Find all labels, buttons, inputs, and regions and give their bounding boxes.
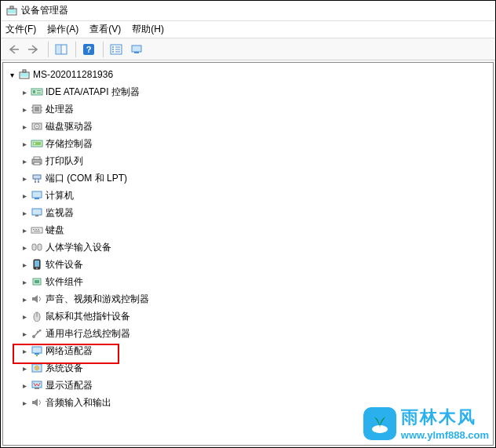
toolbar-separator [103, 42, 104, 57]
svg-rect-46 [32, 209, 42, 215]
svg-point-35 [34, 143, 35, 144]
tree-item[interactable]: ▸监视器 [3, 204, 493, 221]
tree-item[interactable]: ▸软件组件 [3, 273, 493, 290]
expand-arrow-icon[interactable]: ▸ [19, 174, 30, 183]
tree-item[interactable]: ▸端口 (COM 和 LPT) [3, 169, 493, 187]
svg-point-64 [37, 331, 38, 333]
cpu-icon [30, 103, 44, 115]
expand-arrow-icon[interactable]: ▸ [19, 295, 30, 304]
sound-icon [30, 293, 44, 305]
menu-action[interactable]: 操作(A) [47, 23, 78, 36]
expand-arrow-icon[interactable]: ▸ [19, 140, 30, 148]
expand-arrow-icon[interactable]: ▸ [19, 260, 30, 269]
svg-point-43 [38, 181, 39, 183]
expand-arrow-icon[interactable]: ▸ [19, 122, 30, 131]
svg-text:?: ? [86, 45, 92, 54]
toolbar-separator [75, 42, 76, 57]
svg-rect-2 [10, 6, 13, 9]
help-button[interactable]: ? [79, 41, 98, 58]
expand-arrow-icon[interactable]: ▸ [19, 399, 30, 407]
device-manager-app-icon [5, 5, 18, 17]
expand-arrow-icon[interactable]: ▸ [19, 191, 30, 200]
svg-rect-21 [33, 90, 35, 93]
tree-item-label: 软件设备 [46, 258, 83, 271]
tree-item[interactable]: ▸鼠标和其他指针设备 [3, 308, 493, 325]
tree-item[interactable]: ▸网络适配器 [3, 342, 493, 359]
svg-point-57 [36, 268, 38, 269]
details-pane-button[interactable] [52, 41, 71, 58]
tree-root-label: MS-202011281936 [33, 69, 113, 80]
svg-rect-45 [35, 198, 39, 199]
svg-rect-74 [35, 388, 39, 389]
expand-arrow-icon[interactable]: ▸ [19, 347, 30, 355]
menu-file[interactable]: 文件(F) [5, 23, 36, 36]
tree-item-label: 网络适配器 [46, 344, 93, 358]
svg-rect-73 [32, 381, 42, 388]
tree-item-label: 声音、视频和游戏控制器 [46, 293, 149, 306]
tree-item[interactable]: ▸键盘 [3, 221, 493, 239]
svg-rect-16 [134, 52, 139, 53]
svg-rect-22 [37, 90, 41, 91]
tree-item[interactable]: ▸系统设备 [3, 359, 493, 377]
svg-rect-59 [35, 280, 39, 283]
tree-item[interactable]: ▸声音、视频和游戏控制器 [3, 290, 493, 308]
expand-arrow-icon[interactable]: ▸ [19, 105, 30, 114]
expand-arrow-icon[interactable]: ▸ [19, 278, 30, 286]
tree-item[interactable]: ▸IDE ATA/ATAPI 控制器 [3, 83, 493, 100]
forward-button[interactable] [24, 41, 43, 58]
menu-view[interactable]: 查看(V) [89, 23, 121, 36]
window-title: 设备管理器 [21, 4, 68, 17]
disk-drive-icon [30, 120, 44, 133]
svg-rect-65 [39, 330, 41, 331]
tree-item-label: 音频输入和输出 [46, 396, 111, 410]
tree-item[interactable]: ▸软件设备 [3, 256, 493, 273]
expand-arrow-icon[interactable]: ▸ [19, 364, 30, 373]
expand-arrow-icon[interactable]: ▸ [19, 381, 30, 390]
tree-item[interactable]: ▸计算机 [3, 187, 493, 204]
tree-item-label: 处理器 [46, 103, 74, 116]
titlebar: 设备管理器 [1, 1, 495, 21]
usb-controller-icon [30, 327, 44, 340]
icon-list-button[interactable] [107, 41, 126, 58]
tree-item[interactable]: ▸显示适配器 [3, 377, 493, 394]
svg-rect-18 [20, 73, 28, 77]
tree-item-label: 键盘 [46, 224, 64, 237]
mouse-icon [30, 310, 44, 322]
hid-icon [30, 241, 44, 253]
expand-arrow-icon[interactable]: ▸ [19, 312, 30, 321]
tree-item[interactable]: ▸存储控制器 [3, 135, 493, 152]
svg-rect-48 [31, 228, 42, 233]
svg-rect-47 [35, 215, 38, 217]
tree-item[interactable]: ▸打印队列 [3, 152, 493, 169]
tree-item-label: 软件组件 [46, 275, 83, 289]
tree-item-label: 计算机 [46, 189, 74, 202]
expand-arrow-icon[interactable]: ▾ [6, 71, 17, 79]
svg-rect-37 [34, 157, 40, 159]
tree-item[interactable]: ▸人体学输入设备 [3, 239, 493, 256]
devices-by-connection-button[interactable] [127, 41, 146, 58]
tree-item[interactable]: ▸通用串行总线控制器 [3, 325, 493, 342]
expand-arrow-icon[interactable]: ▸ [19, 209, 30, 217]
tree-item[interactable]: ▸处理器 [3, 100, 493, 118]
tree-item-label: 端口 (COM 和 LPT) [46, 172, 127, 185]
menu-help[interactable]: 帮助(H) [132, 23, 164, 36]
expand-arrow-icon[interactable]: ▸ [19, 157, 30, 166]
watermark-url: www.ylmf888.com [401, 429, 489, 441]
expand-arrow-icon[interactable]: ▸ [19, 243, 30, 252]
expand-arrow-icon[interactable]: ▸ [19, 330, 30, 338]
tree-root[interactable]: ▾MS-202011281936 [3, 66, 493, 83]
system-device-icon [30, 362, 44, 374]
svg-rect-19 [23, 70, 26, 72]
tree-item-label: 存储控制器 [46, 137, 93, 151]
watermark-logo-icon [363, 407, 396, 440]
back-button[interactable] [4, 41, 23, 58]
tree-item-label: 监视器 [46, 206, 74, 220]
svg-rect-1 [8, 9, 16, 13]
expand-arrow-icon[interactable]: ▸ [19, 226, 30, 235]
svg-point-72 [36, 367, 38, 369]
tree-item-label: 通用串行总线控制器 [46, 327, 130, 341]
tree-item-label: IDE ATA/ATAPI 控制器 [46, 86, 140, 99]
expand-arrow-icon[interactable]: ▸ [19, 88, 30, 97]
svg-rect-44 [32, 191, 42, 198]
tree-item[interactable]: ▸磁盘驱动器 [3, 118, 493, 135]
